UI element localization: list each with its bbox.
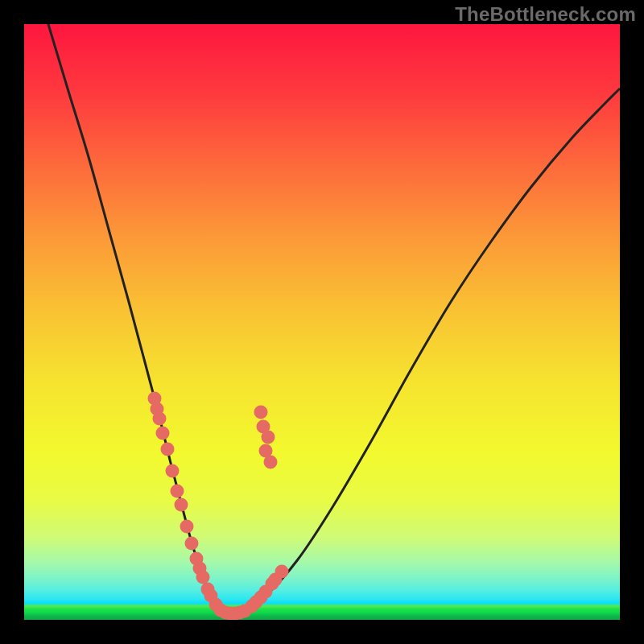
left-cluster-point — [161, 443, 175, 456]
right-upper-point — [264, 456, 278, 469]
right-upper-point — [262, 431, 275, 444]
plot-area — [24, 24, 620, 620]
left-cluster-point — [156, 427, 170, 440]
left-cluster-point — [166, 464, 180, 478]
watermark-text: TheBottleneck.com — [455, 3, 636, 26]
right-cluster-point — [275, 565, 289, 579]
left-cluster-point — [175, 498, 188, 512]
left-cluster-point — [153, 412, 167, 426]
left-cluster-point — [185, 537, 199, 551]
chart-svg — [24, 24, 620, 620]
left-cluster-point — [196, 571, 210, 584]
chart-frame: TheBottleneck.com — [0, 0, 644, 644]
scatter-markers — [148, 392, 289, 621]
left-cluster-point — [180, 520, 194, 534]
bottleneck-curve — [48, 24, 620, 613]
right-upper-point — [254, 406, 268, 419]
left-cluster-point — [171, 485, 184, 498]
